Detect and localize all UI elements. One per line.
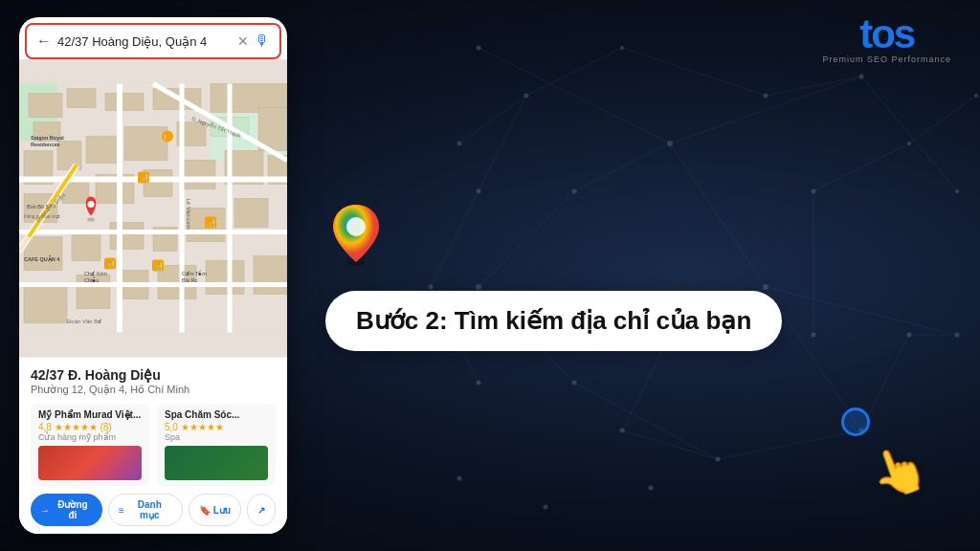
svg-text:🍴: 🍴: [106, 259, 118, 271]
card-2-name: Spa Chăm Sóc...: [165, 409, 268, 420]
place-address: Phường 12, Quận 4, Hồ Chí Minh: [31, 384, 276, 396]
maps-icon-area: [325, 200, 388, 272]
share-icon: ↗: [257, 505, 265, 516]
card-1-rating: 4,8 ★★★★★ (8): [38, 422, 142, 432]
svg-rect-65: [86, 137, 120, 164]
svg-text:thông qua bán trực: thông qua bán trực: [24, 214, 61, 219]
tos-tagline: Premium SEO Performance: [822, 55, 951, 64]
card-1-name: Mỹ Phẩm Murad Việt...: [38, 409, 142, 420]
save-label: Lưu: [213, 505, 231, 516]
back-arrow-icon[interactable]: ←: [36, 33, 52, 50]
svg-rect-83: [24, 285, 67, 323]
place-card-2[interactable]: Spa Chăm Sóc... 5,0 ★★★★★ Spa: [157, 404, 276, 486]
microphone-icon[interactable]: 🎙: [255, 33, 270, 50]
directions-button[interactable]: → Đường đi: [31, 494, 102, 526]
right-side-content: Bước 2: Tìm kiếm địa chỉ của bạn: [287, 200, 942, 351]
svg-text:Bún Bò ST: Bún Bò ST: [27, 204, 53, 209]
svg-text:Chiều: Chiều: [84, 276, 99, 283]
step-text: Bước 2: Tìm kiếm địa chỉ của bạn: [356, 306, 751, 336]
directions-label: Đường đi: [53, 499, 93, 520]
svg-rect-66: [124, 127, 167, 161]
category-icon: ≡: [119, 505, 124, 516]
phone-mockup: ← 42/37 Hoàng Diệu, Quận 4 ✕ 🎙: [19, 17, 287, 534]
category-button[interactable]: ≡ Danh mục: [108, 494, 183, 526]
action-buttons: → Đường đi ≡ Danh mục 🔖 Lưu ↗: [31, 494, 276, 526]
search-bar[interactable]: ← 42/37 Hoàng Diệu, Quận 4 ✕ 🎙: [25, 23, 281, 59]
svg-rect-79: [110, 223, 144, 250]
card-1-image: [38, 446, 142, 480]
svg-text:!: !: [165, 134, 167, 141]
svg-text:Cơm Tấm: Cơm Tấm: [182, 270, 207, 276]
card-1-type: Cửa hàng mỹ phẩm: [38, 432, 142, 442]
step-callout: Bước 2: Tìm kiếm địa chỉ của bạn: [325, 291, 782, 351]
close-icon[interactable]: ✕: [237, 33, 249, 49]
svg-rect-78: [72, 232, 100, 261]
svg-text:Lê Văn Linh: Lê Văn Linh: [186, 199, 191, 230]
svg-text:Bài Rc: Bài Rc: [182, 277, 197, 283]
map-area[interactable]: D. Hoàng Diệu Đoàn Văn Bơ Lê Văn Linh Sa…: [19, 59, 287, 357]
click-indicator: [841, 408, 870, 436]
place-cards: Mỹ Phẩm Murad Việt... 4,8 ★★★★★ (8) Cửa …: [31, 404, 276, 486]
category-label: Danh mục: [127, 499, 172, 520]
map-svg: D. Hoàng Diệu Đoàn Văn Bơ Lê Văn Linh Sa…: [19, 59, 287, 357]
search-input-text: 42/37 Hoàng Diệu, Quận 4: [57, 34, 232, 49]
svg-rect-77: [24, 237, 62, 271]
svg-text:Residences: Residences: [31, 142, 60, 147]
save-icon: 🔖: [199, 505, 211, 516]
svg-text:🍴: 🍴: [154, 261, 166, 273]
place-card-1[interactable]: Mỹ Phẩm Murad Việt... 4,8 ★★★★★ (8) Cửa …: [31, 404, 149, 486]
svg-text:Saigon Royal: Saigon Royal: [31, 135, 64, 141]
svg-rect-57: [29, 94, 62, 118]
svg-text:🍴: 🍴: [207, 218, 218, 230]
svg-rect-60: [105, 94, 144, 111]
place-name: 42/37 Đ. Hoàng Diệu: [31, 367, 276, 383]
card-2-rating: 5,0 ★★★★★: [165, 422, 268, 432]
svg-point-113: [87, 218, 95, 222]
svg-text:🍴: 🍴: [140, 173, 151, 185]
directions-icon: →: [40, 505, 50, 516]
svg-text:Chợ Xóm: Chợ Xóm: [84, 271, 107, 277]
main-content: ← 42/37 Hoàng Diệu, Quận 4 ✕ 🎙: [0, 0, 980, 551]
svg-rect-74: [182, 161, 215, 189]
google-maps-icon: [325, 200, 388, 272]
tos-logo: tos Premium SEO Performance: [822, 14, 951, 64]
share-button[interactable]: ↗: [247, 494, 276, 526]
tos-logo-text: tos: [859, 14, 914, 55]
save-button[interactable]: 🔖 Lưu: [189, 494, 241, 526]
card-2-image: [165, 446, 268, 480]
svg-rect-88: [254, 256, 287, 295]
svg-point-125: [346, 217, 366, 236]
svg-point-114: [88, 201, 95, 208]
svg-rect-64: [57, 142, 81, 170]
svg-rect-82: [234, 199, 268, 228]
phone-bottom-panel: 42/37 Đ. Hoàng Diệu Phường 12, Quận 4, H…: [19, 357, 287, 534]
card-2-type: Spa: [165, 432, 268, 442]
svg-rect-59: [67, 89, 96, 108]
svg-rect-87: [206, 261, 244, 295]
svg-text:CAFE QUẬN 4: CAFE QUẬN 4: [24, 254, 60, 263]
svg-text:Đoàn Văn Bơ: Đoàn Văn Bơ: [67, 319, 101, 324]
